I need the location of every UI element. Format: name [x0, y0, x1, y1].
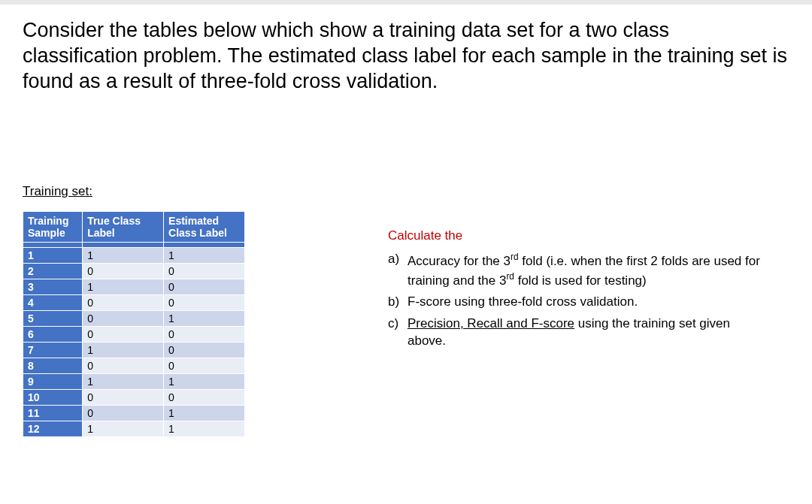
th-est-class: Estimated Class Label	[164, 212, 245, 243]
table-row: 911	[23, 374, 245, 390]
question-marker: b)	[388, 294, 408, 311]
table-row: 310	[23, 279, 245, 295]
question-marker: a)	[388, 251, 408, 289]
table-row: 1101	[23, 406, 245, 421]
table-row: 200	[23, 264, 245, 279]
table-row: 1211	[23, 421, 245, 437]
th-sample: Training Sample	[23, 212, 83, 243]
table-row: 710	[23, 343, 245, 358]
intro-paragraph: Consider the tables below which show a t…	[23, 18, 789, 94]
table-header: Training Sample True Class Label Estimat…	[23, 212, 245, 248]
question-a: a) Accuracy for the 3rd fold (i.e. when …	[388, 251, 764, 289]
calculate-heading: Calculate the	[388, 228, 764, 245]
table-row: 111	[23, 248, 245, 264]
table-row: 400	[23, 295, 245, 311]
question-text: F-score using three-fold cross validatio…	[408, 294, 764, 311]
question-b: b) F-score using three-fold cross valida…	[388, 294, 764, 311]
question-c: c) Precision, Recall and F-score using t…	[388, 315, 764, 350]
table-body: 111 200 310 400 501 600 710 800 911 1000…	[23, 248, 245, 437]
question-marker: c)	[388, 315, 408, 350]
table-row: 600	[23, 327, 245, 343]
table-row: 501	[23, 311, 245, 327]
document-page: Consider the tables below which show a t…	[0, 0, 812, 504]
training-table: Training Sample True Class Label Estimat…	[23, 211, 245, 437]
question-text: Precision, Recall and F-score using the …	[408, 315, 764, 350]
question-text: Accuracy for the 3rd fold (i.e. when the…	[408, 251, 764, 289]
table-row: 800	[23, 358, 245, 374]
content-row: Training Sample True Class Label Estimat…	[23, 211, 789, 437]
questions-block: Calculate the a) Accuracy for the 3rd fo…	[388, 211, 764, 355]
table-row: 1000	[23, 390, 245, 406]
th-true-class: True Class Label	[83, 212, 164, 243]
training-set-heading: Training set:	[23, 184, 789, 199]
